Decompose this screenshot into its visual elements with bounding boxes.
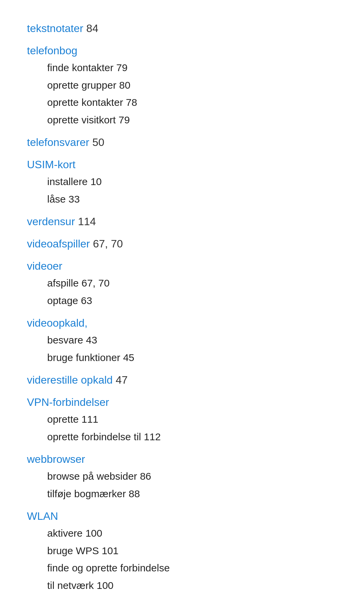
index-entry: verdensur 114 xyxy=(27,213,337,230)
sub-entry-label: til netværk 100 xyxy=(27,577,337,594)
index-content: tekstnotater 84telefonbogfinde kontakter… xyxy=(27,20,337,597)
sub-entry-label: oprette kontakter 78 xyxy=(27,94,337,111)
index-section: tekstnotater 84 xyxy=(27,20,337,36)
sub-entry-label: oprette grupper 80 xyxy=(27,77,337,94)
index-heading-number: 84 xyxy=(83,22,98,34)
sub-entry-label: låse 33 xyxy=(27,191,337,208)
index-heading: tekstnotater xyxy=(27,22,83,34)
index-sub-entry: tilføje bogmærker 88 xyxy=(27,485,337,502)
index-sub-entry: optage 63 xyxy=(27,292,337,309)
index-sub-entry: oprette grupper 80 xyxy=(27,77,337,94)
index-heading-number: 47 xyxy=(113,374,127,386)
index-heading: webbrowser xyxy=(27,453,85,465)
index-section: videoopkald,besvare 43bruge funktioner 4… xyxy=(27,315,337,366)
index-sub-entry: besvare 43 xyxy=(27,332,337,349)
index-section: viderestille opkald 47 xyxy=(27,372,337,388)
index-heading-number: 50 xyxy=(89,136,104,148)
sub-entry-label: besvare 43 xyxy=(27,332,337,349)
index-heading: VPN-forbindelser xyxy=(27,396,109,408)
index-section: videoerafspille 67, 70optage 63 xyxy=(27,258,337,309)
sub-entry-label: tilføje bogmærker 88 xyxy=(27,485,337,502)
index-sub-entry: browse på websider 86 xyxy=(27,468,337,485)
sub-entry-label: oprette 111 xyxy=(27,411,337,428)
index-section: WLANaktivere 100bruge WPS 101finde og op… xyxy=(27,508,337,594)
index-sub-entry: oprette visitkort 79 xyxy=(27,112,337,128)
index-sub-entry: installere 10 xyxy=(27,173,337,190)
index-heading: videoer xyxy=(27,260,62,272)
index-section: USIM-kortinstallere 10låse 33 xyxy=(27,156,337,207)
sub-entry-label: bruge funktioner 45 xyxy=(27,349,337,366)
index-section: videoafspiller 67, 70 xyxy=(27,236,337,252)
index-sub-entry: bruge WPS 101 xyxy=(27,542,337,559)
sub-entry-label: aktivere 100 xyxy=(27,525,337,542)
sub-entry-label: finde kontakter 79 xyxy=(27,59,337,76)
index-entry: tekstnotater 84 xyxy=(27,20,337,36)
index-entry: WLAN xyxy=(27,508,337,524)
sub-entry-label: optage 63 xyxy=(27,292,337,309)
sub-entry-label: bruge WPS 101 xyxy=(27,542,337,559)
index-sub-entry: bruge funktioner 45 xyxy=(27,349,337,366)
index-sub-entry: til netværk 100 xyxy=(27,577,337,594)
index-heading: WLAN xyxy=(27,510,58,522)
index-heading: viderestille opkald xyxy=(27,374,113,386)
sub-entry-label: browse på websider 86 xyxy=(27,468,337,485)
index-entry: USIM-kort xyxy=(27,156,337,173)
index-heading: telefonbog xyxy=(27,44,77,57)
index-heading: verdensur xyxy=(27,215,75,228)
index-sub-entry: finde kontakter 79 xyxy=(27,59,337,76)
index-entry: videoer xyxy=(27,258,337,274)
index-entry: videoopkald, xyxy=(27,315,337,331)
index-heading-number: 114 xyxy=(75,215,96,228)
index-sub-entry: aktivere 100 xyxy=(27,525,337,542)
index-heading: videoafspiller xyxy=(27,238,90,250)
index-sub-entry: oprette kontakter 78 xyxy=(27,94,337,111)
index-sub-entry: finde og oprette forbindelse xyxy=(27,560,337,576)
index-entry: VPN-forbindelser xyxy=(27,394,337,410)
index-sub-entry: oprette 111 xyxy=(27,411,337,428)
index-section: telefonsvarer 50 xyxy=(27,134,337,150)
index-sub-entry: låse 33 xyxy=(27,191,337,208)
index-section: telefonbogfinde kontakter 79oprette grup… xyxy=(27,42,337,128)
index-heading-number: 67, 70 xyxy=(90,238,123,250)
index-heading: USIM-kort xyxy=(27,158,75,171)
index-entry: webbrowser xyxy=(27,451,337,467)
index-heading: telefonsvarer xyxy=(27,136,89,148)
index-sub-entry: oprette forbindelse til 112 xyxy=(27,428,337,445)
index-section: VPN-forbindelseroprette 111oprette forbi… xyxy=(27,394,337,445)
index-section: verdensur 114 xyxy=(27,213,337,230)
sub-entry-label: afspille 67, 70 xyxy=(27,275,337,292)
sub-entry-label: oprette visitkort 79 xyxy=(27,112,337,128)
index-entry: telefonsvarer 50 xyxy=(27,134,337,150)
sub-entry-label: installere 10 xyxy=(27,173,337,190)
sub-entry-label: finde og oprette forbindelse xyxy=(27,560,337,576)
sub-entry-label: oprette forbindelse til 112 xyxy=(27,428,337,445)
index-heading: videoopkald, xyxy=(27,317,88,329)
index-section: webbrowserbrowse på websider 86tilføje b… xyxy=(27,451,337,502)
index-entry: videoafspiller 67, 70 xyxy=(27,236,337,252)
index-entry: viderestille opkald 47 xyxy=(27,372,337,388)
index-entry: telefonbog xyxy=(27,42,337,59)
index-sub-entry: afspille 67, 70 xyxy=(27,275,337,292)
